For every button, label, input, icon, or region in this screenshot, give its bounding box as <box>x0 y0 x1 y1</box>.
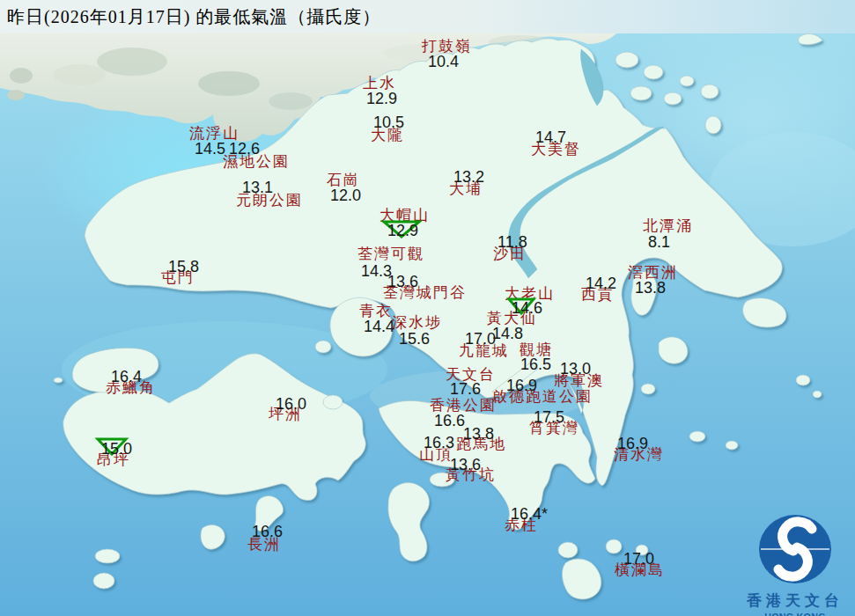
station-value: 13.6 <box>450 457 481 473</box>
station-name: 石崗 <box>327 172 360 187</box>
station-name: 北潭涌 <box>643 218 693 233</box>
station-value: 14.6 <box>512 300 542 316</box>
station-value: 15.0 <box>101 441 132 457</box>
station-value: 14.4 <box>364 319 394 334</box>
station-value: 16.5 <box>520 356 551 372</box>
station-value: 17.0 <box>465 331 496 347</box>
hko-logo-name-en: HONG KONG OBSERVATORY <box>727 612 855 616</box>
station-value: 17.6 <box>450 381 481 397</box>
station-value: 17.0 <box>623 551 654 567</box>
station-value: 16.0 <box>276 396 306 412</box>
station-name: 青衣 <box>359 304 393 319</box>
station-value: 10.4 <box>428 54 459 70</box>
station-value: 10.5 <box>373 114 404 130</box>
station-value: 11.8 <box>498 234 527 250</box>
station-name: 打鼓嶺 <box>422 39 472 54</box>
station-value: 12.9 <box>387 223 418 238</box>
station-name: 荃灣可觀 <box>357 246 424 261</box>
station-value: 16.9 <box>617 436 648 451</box>
station-value: 12.0 <box>330 187 361 203</box>
station-value: 16.3 <box>424 435 454 451</box>
station-name: 流浮山 <box>189 126 240 141</box>
station-name: 香港公園 <box>430 398 497 413</box>
station-value: 14.5 <box>195 141 225 157</box>
station-value: 13.8 <box>635 280 666 296</box>
station-value: 13.8 <box>463 426 494 442</box>
station-name: 上水 <box>363 76 396 91</box>
station-value: 16.6 <box>252 524 283 539</box>
station-value: 14.7 <box>535 129 566 145</box>
station-value: 14.2 <box>586 275 616 291</box>
station-name: 滘西洲 <box>628 265 678 280</box>
hko-logo-name-zh: 香港天文台 <box>727 590 855 611</box>
station-value: 13.1 <box>242 180 273 195</box>
station-value: 16.9 <box>506 378 537 393</box>
station-value: 16.6 <box>434 413 465 429</box>
station-value: 12.9 <box>366 91 397 106</box>
hko-logo: 香港天文台 HONG KONG OBSERVATORY <box>727 512 855 616</box>
station-value: 13.6 <box>387 274 418 290</box>
station-value: 12.6 <box>229 141 260 157</box>
station-name: 深水埗 <box>392 315 442 330</box>
station-value: 14.8 <box>492 326 523 341</box>
page-title: 昨日(2026年01月17日) 的最低氣溫（攝氏度） <box>7 5 380 29</box>
station-value: 15.6 <box>399 331 430 347</box>
station-value: 16.4 <box>111 369 142 385</box>
hko-logo-icon <box>755 512 835 586</box>
station-value: 13.0 <box>560 361 591 377</box>
station-value: 8.1 <box>648 234 670 250</box>
min-temperature-map: 昨日(2026年01月17日) 的最低氣溫（攝氏度） 10.4打鼓嶺12.9上水… <box>0 0 855 616</box>
station-value: 15.8 <box>168 259 199 275</box>
station-value: 16.4* <box>511 506 548 522</box>
station-value: 13.2 <box>453 169 484 185</box>
station-value: 17.5 <box>534 409 564 425</box>
